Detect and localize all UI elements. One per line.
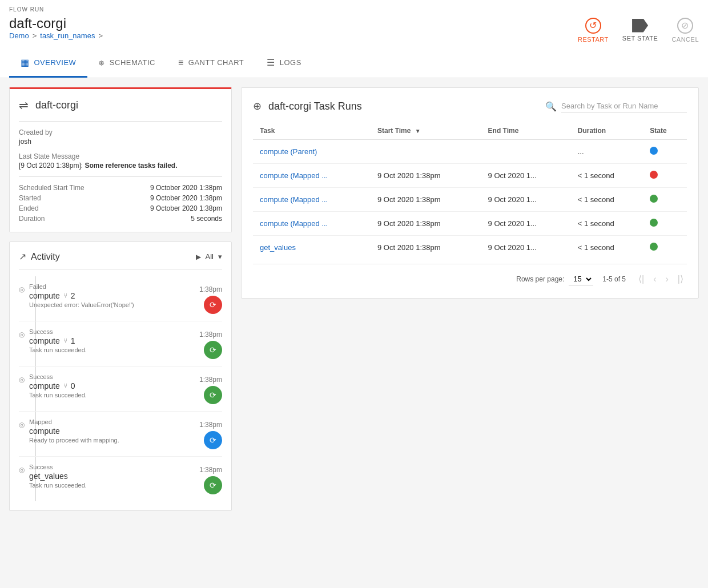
location-icon: ◎ [19, 465, 25, 475]
task-cell[interactable]: compute (Parent) [253, 140, 371, 164]
activity-dot: ⟳ [204, 341, 222, 359]
activity-item: ◎ Success get_values Task run succeeded.… [19, 457, 222, 501]
next-page-btn[interactable]: › [662, 272, 672, 287]
created-by-section: Created by josh [19, 128, 222, 146]
restart-icon: ↺ [585, 18, 601, 34]
duration-cell: ... [571, 140, 643, 164]
main-content: ⇌ daft-corgi Created by josh Last State … [0, 78, 708, 520]
activity-divider [19, 269, 222, 269]
state-cell [643, 212, 687, 236]
ended-label: Ended [19, 204, 119, 212]
activity-content: Mapped compute Ready to proceed with map… [29, 418, 192, 444]
breadcrumb-task-run-names[interactable]: task_run_names [40, 31, 95, 40]
tab-overview[interactable]: ▦ OVERVIEW [9, 49, 87, 78]
tab-schematic[interactable]: ⎈ SCHEMATIC [87, 49, 167, 78]
scheduled-start-label: Scheduled Start Time [19, 184, 119, 192]
flow-info-name: daft-corgi [35, 99, 78, 111]
location-icon: ◎ [19, 374, 25, 385]
task-link[interactable]: compute (Mapped ... [260, 219, 328, 228]
activity-item: ◎ Mapped compute Ready to proceed with m… [19, 412, 222, 457]
task-link[interactable]: compute (Mapped ... [260, 195, 328, 204]
map-icon: ⑂ [63, 292, 67, 300]
state-cell [643, 188, 687, 212]
task-cell[interactable]: get_values [253, 236, 371, 260]
activity-content: Failed compute ⑂ 2 Unexpected error: Val… [29, 283, 192, 308]
task-link[interactable]: compute (Mapped ... [260, 171, 328, 180]
activity-task-name: get_values [29, 472, 68, 481]
dot-icon: ⟳ [210, 390, 216, 400]
activity-task-name: compute [29, 426, 60, 436]
activity-time: 1:38pm [199, 331, 222, 339]
page-nav: ⟨| ‹ › |⟩ [635, 271, 687, 287]
search-input[interactable] [561, 99, 687, 113]
started-label: Started [19, 194, 119, 202]
rows-per-page-label: Rows per page: [516, 275, 564, 283]
task-table: Task Start Time ▼ End Time Duration [253, 122, 687, 259]
logs-icon: ☰ [267, 57, 275, 68]
location-icon: ◎ [19, 284, 25, 295]
activity-filter[interactable]: ▶ All ▾ [196, 252, 222, 261]
dot-icon: ⟳ [210, 436, 216, 445]
activity-title: ↗ Activity [19, 251, 60, 262]
task-runs-header: ⊕ daft-corgi Task Runs 🔍 [253, 99, 687, 113]
activity-task-name: compute [29, 291, 60, 300]
tab-logs[interactable]: ☰ LOGS [255, 49, 313, 78]
activity-map-index: 0 [71, 381, 75, 390]
tab-gantt[interactable]: ≡ GANTT CHART [167, 49, 255, 78]
breadcrumb: Demo > task_run_names > [9, 31, 103, 45]
task-link[interactable]: compute (Parent) [260, 147, 317, 156]
page-info: 1-5 of 5 [602, 275, 626, 283]
created-by-value: josh [19, 138, 222, 146]
state-cell [643, 236, 687, 260]
task-cell[interactable]: compute (Mapped ... [253, 164, 371, 188]
end-time-cell: 9 Oct 2020 1... [481, 164, 571, 188]
activity-name: compute [29, 426, 192, 436]
tab-gantt-label: GANTT CHART [188, 58, 244, 67]
state-cell [643, 140, 687, 164]
task-link[interactable]: get_values [260, 243, 296, 252]
prev-page-btn[interactable]: ‹ [650, 272, 659, 287]
rows-per-page: Rows per page: 15 25 50 [516, 273, 593, 285]
activity-name: get_values [29, 472, 192, 481]
tab-schematic-label: SCHEMATIC [110, 58, 155, 67]
activity-header: ↗ Activity ▶ All ▾ [19, 251, 222, 262]
last-page-btn[interactable]: |⟩ [674, 271, 687, 287]
activity-desc: Task run succeeded. [29, 482, 192, 489]
table-row: compute (Mapped ... 9 Oct 2020 1:38pm 9 … [253, 164, 687, 188]
table-row: compute (Mapped ... 9 Oct 2020 1:38pm 9 … [253, 188, 687, 212]
divider-2 [19, 176, 222, 177]
task-cell[interactable]: compute (Mapped ... [253, 188, 371, 212]
cancel-label: CANCEL [671, 36, 699, 43]
schematic-icon: ⎈ [99, 58, 105, 68]
dot-icon: ⟳ [210, 300, 216, 309]
first-page-btn[interactable]: ⟨| [635, 271, 647, 287]
state-message-text: Some reference tasks failed. [85, 162, 177, 170]
task-runs-card: ⊕ daft-corgi Task Runs 🔍 Task Start Tim [241, 87, 699, 299]
last-state-section: Last State Message [9 Oct 2020 1:38pm]: … [19, 152, 222, 170]
filter-dropdown-icon[interactable]: ▾ [218, 252, 222, 261]
activity-map-index: 2 [71, 291, 75, 300]
rows-per-page-select[interactable]: 15 25 50 [569, 273, 593, 285]
activity-time: 1:38pm [199, 466, 222, 474]
start-time-cell: 9 Oct 2020 1:38pm [371, 212, 481, 236]
activity-status: Failed [29, 283, 192, 290]
activity-item: ◎ Success compute ⑂ 0 Task run succeeded… [19, 367, 222, 412]
activity-dot: ⟳ [204, 476, 222, 494]
flow-run-label: FLOW RUN [9, 2, 44, 13]
cancel-button[interactable]: ⊘ CANCEL [671, 18, 699, 43]
activity-title-text: Activity [31, 252, 60, 262]
activity-status: Success [29, 328, 192, 335]
start-time-cell: 9 Oct 2020 1:38pm [371, 236, 481, 260]
restart-button[interactable]: ↺ RESTART [578, 18, 609, 43]
overview-icon: ▦ [21, 57, 30, 68]
ended-value: 9 October 2020 1:38pm [122, 204, 222, 212]
col-start-time[interactable]: Start Time ▼ [371, 122, 481, 140]
activity-time: 1:38pm [199, 376, 222, 384]
task-cell[interactable]: compute (Mapped ... [253, 212, 371, 236]
activity-icon: ↗ [19, 251, 26, 262]
activity-status: Success [29, 373, 192, 380]
end-time-cell: 9 Oct 2020 1... [481, 188, 571, 212]
set-state-button[interactable]: SET STATE [622, 19, 658, 42]
breadcrumb-demo[interactable]: Demo [9, 31, 29, 40]
set-state-icon [632, 19, 648, 33]
